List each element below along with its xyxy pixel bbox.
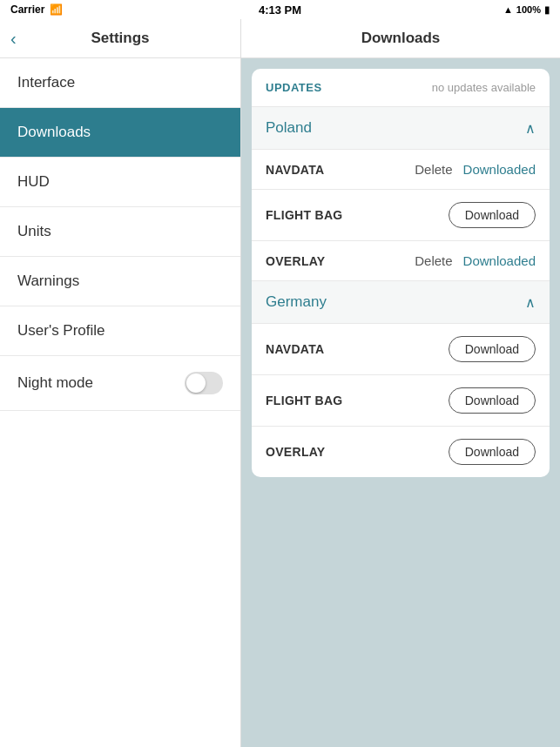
status-left: Carrier 📶	[10, 3, 63, 16]
germany-overlay-download[interactable]: Download	[449, 439, 536, 465]
carrier-label: Carrier	[10, 3, 44, 16]
poland-overlay-delete[interactable]: Delete	[415, 253, 452, 268]
updates-status: no updates available	[432, 81, 536, 94]
downloads-panel: Downloads UPDATES no updates available P…	[241, 19, 560, 747]
germany-navdata-row: NAVDATA Download	[252, 324, 550, 375]
status-right: ▲ 100% ▮	[503, 4, 550, 16]
downloads-content: UPDATES no updates available Poland ∧ NA…	[241, 58, 560, 747]
germany-navdata-download[interactable]: Download	[449, 336, 536, 362]
poland-overlay-row: OVERLAY Delete Downloaded	[252, 241, 550, 281]
sidebar-item-night-mode[interactable]: Night mode	[0, 356, 240, 411]
battery-icon: ▮	[544, 4, 550, 16]
country-name-germany: Germany	[266, 293, 327, 311]
settings-list: Interface Downloads HUD Units Warnings U…	[0, 58, 240, 747]
poland-navdata-downloaded: Downloaded	[463, 162, 536, 177]
poland-flightbag-download[interactable]: Download	[449, 202, 536, 228]
downloads-card: UPDATES no updates available Poland ∧ NA…	[252, 69, 550, 477]
poland-flightbag-label: FLIGHT BAG	[266, 208, 343, 222]
country-row-poland[interactable]: Poland ∧	[252, 107, 550, 150]
poland-flightbag-actions: Download	[449, 202, 536, 228]
sidebar-item-users-profile[interactable]: User's Profile	[0, 306, 240, 356]
updates-label: UPDATES	[266, 81, 322, 94]
sidebar-item-label: Night mode	[17, 374, 93, 392]
signal-icon: ▲	[503, 4, 513, 15]
poland-overlay-actions: Delete Downloaded	[415, 253, 536, 268]
settings-panel: ‹ Settings Interface Downloads HUD Units…	[0, 19, 241, 747]
germany-navdata-label: NAVDATA	[266, 342, 324, 356]
poland-overlay-label: OVERLAY	[266, 254, 326, 268]
status-time: 4:13 PM	[259, 3, 301, 17]
poland-navdata-row: NAVDATA Delete Downloaded	[252, 150, 550, 190]
night-mode-toggle[interactable]	[185, 372, 223, 394]
downloads-header: Downloads	[241, 19, 560, 58]
germany-overlay-row: OVERLAY Download	[252, 427, 550, 477]
sidebar-item-downloads[interactable]: Downloads	[0, 108, 240, 158]
poland-flightbag-row: FLIGHT BAG Download	[252, 190, 550, 241]
main-layout: ‹ Settings Interface Downloads HUD Units…	[0, 19, 560, 747]
country-name-poland: Poland	[266, 119, 312, 137]
sidebar-item-warnings[interactable]: Warnings	[0, 257, 240, 306]
sidebar-item-hud[interactable]: HUD	[0, 158, 240, 207]
settings-header: ‹ Settings	[0, 19, 240, 58]
poland-navdata-label: NAVDATA	[266, 163, 324, 177]
sidebar-item-label: Interface	[17, 74, 75, 91]
sidebar-item-label: User's Profile	[17, 322, 105, 340]
wifi-icon: 📶	[50, 3, 63, 16]
poland-overlay-downloaded: Downloaded	[463, 253, 536, 268]
back-button[interactable]: ‹	[10, 29, 17, 49]
sidebar-item-label: Warnings	[17, 273, 79, 290]
sidebar-item-label: Downloads	[17, 124, 91, 141]
sidebar-item-label: HUD	[17, 173, 50, 191]
chevron-up-icon-germany: ∧	[525, 294, 536, 311]
sidebar-item-units[interactable]: Units	[0, 207, 240, 257]
sidebar-item-interface[interactable]: Interface	[0, 58, 240, 108]
germany-flightbag-download[interactable]: Download	[449, 387, 536, 414]
country-row-germany[interactable]: Germany ∧	[252, 281, 550, 324]
chevron-up-icon: ∧	[525, 120, 536, 137]
battery-label: 100%	[516, 4, 541, 15]
poland-navdata-actions: Delete Downloaded	[415, 162, 536, 177]
germany-flightbag-label: FLIGHT BAG	[266, 394, 343, 407]
sidebar-item-label: Units	[17, 223, 51, 240]
updates-row: UPDATES no updates available	[252, 69, 550, 107]
downloads-title: Downloads	[361, 30, 441, 46]
settings-title: Settings	[91, 30, 149, 47]
status-bar: Carrier 📶 4:13 PM ▲ 100% ▮	[0, 0, 560, 19]
germany-flightbag-row: FLIGHT BAG Download	[252, 375, 550, 427]
germany-overlay-actions: Download	[449, 439, 536, 465]
poland-navdata-delete[interactable]: Delete	[415, 162, 452, 177]
germany-navdata-actions: Download	[449, 336, 536, 362]
germany-flightbag-actions: Download	[449, 387, 536, 414]
germany-overlay-label: OVERLAY	[266, 445, 326, 459]
